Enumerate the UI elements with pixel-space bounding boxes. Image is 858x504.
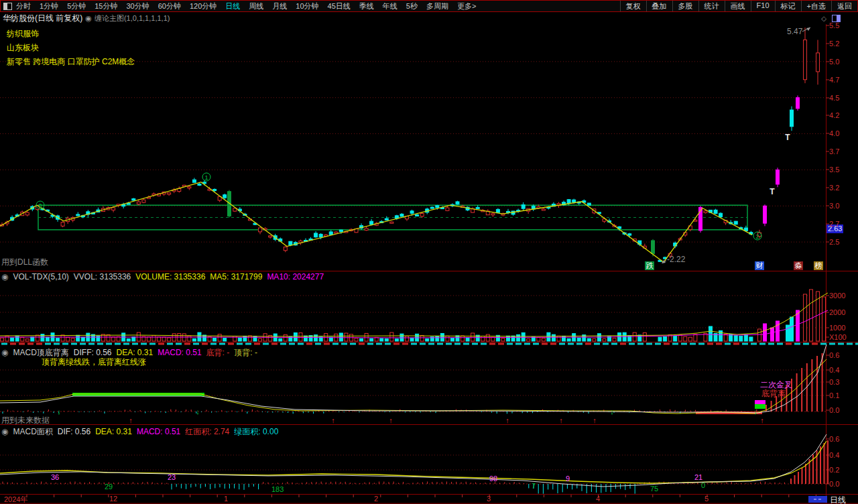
price-axis-label: 2.7 <box>829 220 839 228</box>
volume-axis-label: X100 <box>829 333 847 341</box>
macd1-header-item: MACD顶底背离 <box>13 348 68 357</box>
volume-header-item: MA5: 3171799 <box>210 272 262 281</box>
price-axis-label: 5.5 <box>829 21 839 29</box>
macd1-header-item: 顶背: - <box>234 348 257 357</box>
macd1-header-item: MACD: 0.51 <box>158 348 201 357</box>
macd1-annotation: 底背离 <box>761 388 786 399</box>
macd2-number: 29 <box>105 483 113 491</box>
price-axis-label: 3.2 <box>829 184 839 192</box>
price-axis-label: 4.0 <box>829 129 839 137</box>
volume-axis-label: 3000 <box>829 292 845 300</box>
svg-text:↓: ↓ <box>57 407 61 416</box>
svg-text:0: 0 <box>38 202 42 209</box>
macd1-header-item: DIFF: 0.56 <box>74 348 112 357</box>
macd2-number: 7 <box>532 482 536 490</box>
macd2-axis-label: 0.6 <box>829 435 839 443</box>
price-axis-label: 3.0 <box>829 202 839 210</box>
svg-text:↑: ↑ <box>389 416 393 424</box>
price-axis-label: 4.5 <box>829 94 839 102</box>
low-price-label: -2.22 <box>667 255 685 264</box>
timeline-label-4: 4 <box>596 495 600 503</box>
timeline-label-2: 2 <box>374 495 378 503</box>
price-axis-label: 2.5 <box>829 238 839 246</box>
scrollbar-thumb[interactable] <box>808 496 827 503</box>
price-axis-label: 4.7 <box>829 76 839 84</box>
svg-text:↑: ↑ <box>129 416 133 424</box>
macd1-axis-label: 0.0 <box>829 406 839 414</box>
price-axis-label: 4.2 <box>829 111 839 119</box>
macd2-axis-label: 0.2 <box>829 466 839 474</box>
macd2-number: 23 <box>168 473 176 481</box>
svg-text:↓: ↓ <box>753 407 757 416</box>
macd2-number: 75 <box>650 485 658 493</box>
price-axis-label: 5.2 <box>829 40 839 48</box>
macd1-axis-label: 0.6 <box>829 351 839 359</box>
volume-header-item: VOLUME: 3135336 <box>135 272 205 281</box>
svg-text:↓: ↓ <box>196 407 200 416</box>
macd2-header-item: MACD面积 <box>13 427 52 436</box>
tdx-app: 分时1分钟5分钟15分钟30分钟60分钟120分钟日线周线月线10分钟45日线季… <box>0 0 858 504</box>
svg-text:↑: ↑ <box>593 416 597 424</box>
macd2-number: 98 <box>489 475 497 483</box>
corner-badge-财[interactable]: 财 <box>755 261 764 270</box>
macd1-header-item: DEA: 0.31 <box>117 348 154 357</box>
volume-header-item: VVOL: 3135336 <box>74 272 131 281</box>
svg-text:T: T <box>785 133 790 142</box>
price-axis-label: 5.0 <box>829 58 839 66</box>
svg-text:1: 1 <box>204 174 208 181</box>
macd1-axis-label: 0.4 <box>829 366 839 374</box>
svg-text:↑: ↑ <box>505 416 509 424</box>
macd1-header-item: 底背: - <box>206 348 230 357</box>
macd2-header: ◉MACD面积DIF: 0.56DEA: 0.31MACD: 0.51红面积: … <box>1 426 283 438</box>
corner-badge-淼[interactable]: 淼 <box>794 261 803 270</box>
timeline-label-2024年: 2024年 <box>4 495 27 504</box>
timeline-label-3: 3 <box>487 495 491 503</box>
macd2-header-item: 红面积: 2.74 <box>185 427 229 436</box>
svg-text:↑: ↑ <box>559 416 563 424</box>
volume-header-item: VOL-TDX(5,10) <box>13 272 68 281</box>
macd2-number: 183 <box>271 485 284 493</box>
timeline-label-12: 12 <box>109 495 117 503</box>
corner-badge-榜[interactable]: 榜 <box>814 261 823 270</box>
timeline-label-1: 1 <box>224 495 228 503</box>
svg-text:↑: ↑ <box>331 416 335 424</box>
price-axis-label: 3.7 <box>829 147 839 155</box>
svg-text:T: T <box>770 187 775 196</box>
svg-text:↑: ↑ <box>760 416 764 424</box>
macd2-number: 36 <box>51 473 59 481</box>
macd2-header-item: DIF: 0.56 <box>58 427 90 436</box>
macd2-header-item: DEA: 0.31 <box>95 427 132 436</box>
macd1-collapse-icon[interactable]: ◉ <box>1 348 8 357</box>
volume-axis-label: 1000 <box>829 324 845 332</box>
dll-note: 用到DLL函数 <box>1 257 48 268</box>
volume-collapse-icon[interactable]: ◉ <box>1 272 8 281</box>
macd1-header: ◉MACD顶底背离DIFF: 0.56DEA: 0.31MACD: 0.51底背… <box>1 347 262 359</box>
svg-text:↓: ↓ <box>610 407 614 416</box>
future-data-note: 用到未来数据 <box>1 415 50 426</box>
macd2-axis-label: 0.0 <box>829 480 839 488</box>
volume-header-item: MA10: 2024277 <box>267 272 324 281</box>
svg-text:2: 2 <box>755 233 759 240</box>
macd1-axis-label: 0.3 <box>829 378 839 386</box>
macd1-axis-label: 0.1 <box>829 391 839 399</box>
macd2-axis-label: 0.4 <box>829 451 839 459</box>
drop-badge: 跌 <box>645 261 654 270</box>
price-axis-label: 3.5 <box>829 166 839 174</box>
macd2-header-item: 绿面积: 0.00 <box>234 427 278 436</box>
volume-header: ◉VOL-TDX(5,10)VVOL: 3135336VOLUME: 31353… <box>1 272 328 281</box>
high-price-label: 5.47 <box>787 27 802 36</box>
volume-axis-label: 2000 <box>829 308 845 316</box>
macd2-number: 9 <box>566 475 570 483</box>
macd2-collapse-icon[interactable]: ◉ <box>1 427 8 436</box>
timeline-label-5: 5 <box>704 495 709 503</box>
timeline-period-label: 日线 <box>830 495 846 504</box>
macd2-header-item: MACD: 0.51 <box>137 427 180 436</box>
macd2-number: 0 <box>701 481 705 489</box>
macd2-number: 21 <box>694 473 702 481</box>
